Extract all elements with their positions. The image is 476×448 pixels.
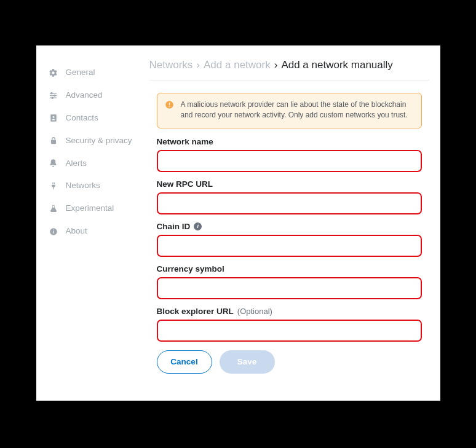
breadcrumb-networks[interactable]: Networks (149, 59, 193, 71)
breadcrumb-add-network[interactable]: Add a network (204, 59, 271, 71)
label-optional: (Optional) (237, 307, 272, 316)
label-currency-symbol: Currency symbol (157, 264, 422, 273)
breadcrumb-current: Add a network manually (281, 59, 392, 71)
breadcrumb: Networks › Add a network › Add a network… (149, 59, 429, 81)
plug-icon (49, 181, 58, 191)
sidebar-item-experimental[interactable]: Experimental (49, 197, 141, 220)
field-currency-symbol: Currency symbol (157, 264, 422, 299)
chain-id-info-icon[interactable]: i (194, 222, 202, 230)
svg-rect-6 (50, 114, 56, 122)
save-button[interactable]: Save (220, 350, 275, 374)
svg-rect-10 (53, 230, 54, 233)
field-chain-id: Chain ID i (157, 222, 422, 257)
currency-symbol-input[interactable] (157, 277, 422, 299)
sidebar-item-label: General (66, 68, 95, 78)
chevron-right-icon: › (196, 59, 200, 71)
sidebar-item-label: Alerts (66, 159, 87, 169)
sidebar-item-networks[interactable]: Networks (49, 175, 141, 197)
chain-id-input[interactable] (157, 235, 422, 257)
warning-banner: A malicious network provider can lie abo… (157, 93, 422, 128)
svg-point-7 (52, 116, 54, 118)
settings-panel: General Advanced Contacts Security & pri… (36, 45, 440, 401)
field-block-explorer: Block explorer URL (Optional) (157, 307, 422, 342)
svg-point-14 (169, 106, 170, 108)
lock-icon (49, 136, 58, 146)
sidebar-item-advanced[interactable]: Advanced (49, 84, 141, 107)
field-rpc-url: New RPC URL (157, 179, 422, 214)
warning-icon (165, 100, 175, 120)
bell-icon (49, 159, 58, 168)
add-network-form: A malicious network provider can lie abo… (149, 81, 429, 374)
field-network-name: Network name (157, 137, 422, 172)
network-name-input[interactable] (157, 150, 422, 172)
form-buttons: Cancel Save (157, 350, 422, 374)
sidebar-item-label: Advanced (66, 90, 103, 101)
contacts-icon (49, 113, 58, 123)
sliders-icon (49, 90, 58, 100)
label-network-name: Network name (157, 137, 422, 146)
gear-icon (49, 68, 58, 77)
rpc-url-input[interactable] (157, 192, 422, 214)
sidebar-item-label: Contacts (66, 113, 98, 124)
sidebar: General Advanced Contacts Security & pri… (36, 45, 141, 401)
sidebar-item-security[interactable]: Security & privacy (49, 130, 141, 152)
svg-point-5 (52, 97, 53, 98)
flask-icon (49, 204, 58, 214)
svg-point-11 (53, 229, 54, 230)
block-explorer-input[interactable] (157, 320, 422, 342)
sidebar-item-label: Security & privacy (66, 136, 132, 146)
sidebar-item-label: About (66, 226, 87, 237)
warning-text: A malicious network provider can lie abo… (181, 100, 413, 120)
chevron-right-icon: › (274, 59, 278, 71)
label-rpc-url: New RPC URL (157, 179, 422, 189)
sidebar-item-about[interactable]: About (49, 220, 141, 243)
svg-point-4 (54, 95, 55, 96)
sidebar-item-contacts[interactable]: Contacts (49, 107, 141, 130)
main-content: Networks › Add a network › Add a network… (141, 45, 440, 401)
sidebar-item-general[interactable]: General (49, 61, 141, 84)
sidebar-item-label: Experimental (66, 203, 114, 214)
cancel-button[interactable]: Cancel (157, 350, 212, 374)
svg-rect-13 (169, 103, 169, 105)
svg-point-3 (51, 92, 52, 93)
sidebar-item-alerts[interactable]: Alerts (49, 152, 141, 175)
label-chain-id: Chain ID (157, 222, 191, 231)
info-icon (49, 227, 58, 237)
svg-rect-8 (50, 140, 55, 144)
sidebar-item-label: Networks (66, 181, 100, 191)
label-block-explorer: Block explorer URL (157, 307, 234, 316)
